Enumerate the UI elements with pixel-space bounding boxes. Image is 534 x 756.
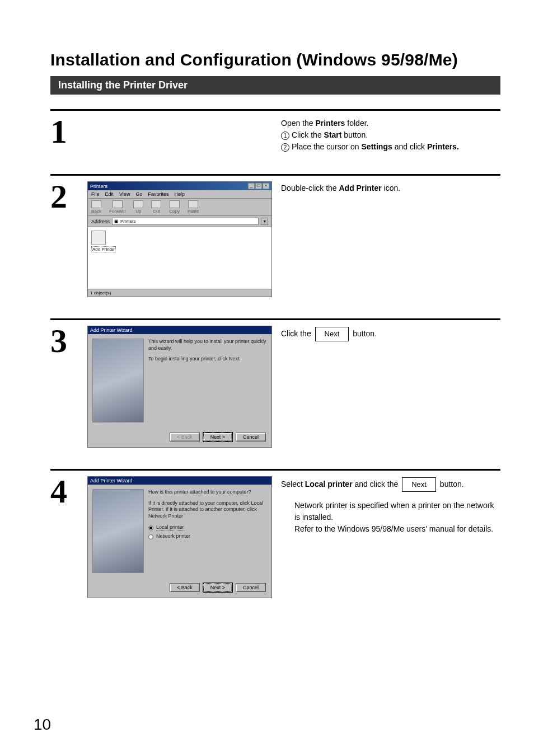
address-bar: Address ▣Printers ▾	[88, 216, 271, 227]
cancel-button[interactable]: Cancel	[236, 583, 266, 592]
next-button-ref: Next	[402, 477, 436, 492]
wizard-titlebar: Add Printer Wizard	[88, 477, 271, 485]
menu-favorites[interactable]: Favorites	[148, 191, 168, 197]
text-bold: Start	[324, 130, 342, 139]
wizard-p2: To begin installing your printer, click …	[148, 356, 267, 363]
address-input[interactable]: ▣Printers	[112, 218, 259, 225]
text: Double-click the	[281, 184, 339, 192]
section-heading: Installing the Printer Driver	[50, 76, 500, 95]
text: Select	[281, 480, 305, 489]
forward-button[interactable]: Forward	[109, 200, 125, 214]
text-bold: Add Printer	[339, 184, 382, 192]
status-bar: 1 object(s)	[88, 289, 271, 297]
menu-help[interactable]: Help	[174, 191, 185, 197]
menu-bar: File Edit View Go Favorites Help	[88, 190, 271, 199]
text-bold: Local printer	[305, 480, 353, 489]
text: Place the cursor on	[292, 142, 362, 151]
address-dropdown[interactable]: ▾	[261, 218, 268, 225]
radio-icon	[148, 534, 153, 539]
text-bold: Printers.	[427, 142, 459, 151]
menu-file[interactable]: File	[91, 191, 100, 197]
next-button-ref: Next	[315, 327, 349, 341]
circled-number: 2	[281, 143, 289, 152]
text: Open the	[281, 119, 316, 128]
add-printer-wizard: Add Printer Wizard This wizard will help…	[87, 326, 272, 448]
next-button[interactable]: Next >	[203, 583, 232, 592]
step-number: 4	[50, 476, 78, 598]
radio-network-printer[interactable]: Network printer	[148, 533, 267, 540]
minimize-icon[interactable]: _	[248, 183, 255, 189]
up-button[interactable]: Up	[133, 200, 143, 214]
step-3: 3 Add Printer Wizard This wizard will he…	[50, 318, 500, 448]
step4-text: Select Local printer and click the Next …	[281, 477, 500, 492]
wizard-title: Add Printer Wizard	[90, 478, 133, 483]
step4-note1: Network printer is specified when a prin…	[294, 500, 500, 523]
cut-button[interactable]: Cut	[151, 200, 161, 214]
printers-window: Printers _ □ × File Edit View Go Favorit…	[87, 181, 272, 297]
wizard-image	[92, 339, 144, 422]
step2-text: Double-click the Add Printer icon.	[281, 182, 500, 194]
menu-edit[interactable]: Edit	[105, 191, 114, 197]
text: folder.	[345, 119, 368, 128]
add-printer-label: Add Printer	[91, 246, 116, 252]
text: Click the	[292, 130, 324, 139]
step-number: 1	[50, 116, 78, 153]
text: button.	[350, 329, 377, 338]
back-button[interactable]: < Back	[170, 583, 200, 592]
radio-label: Network printer	[156, 533, 190, 540]
text: and click	[392, 142, 427, 151]
text: button.	[438, 480, 464, 489]
text: and click the	[353, 480, 401, 489]
paste-button[interactable]: Paste	[188, 200, 199, 214]
menu-go[interactable]: Go	[135, 191, 142, 197]
radio-label: Local printer	[156, 524, 184, 532]
back-button: < Back	[170, 433, 200, 442]
step-2: 2 Printers _ □ × File Edit View Go Favor…	[50, 174, 500, 297]
add-printer-wizard: Add Printer Wizard How is this printer a…	[87, 476, 272, 598]
step4-note2: Refer to the Windows 95/98/Me users' man…	[294, 523, 500, 535]
step-1: 1 Open the Printers folder. 1Click the S…	[50, 109, 500, 153]
address-label: Address	[91, 219, 110, 224]
toolbar: Back Forward Up Cut Copy Paste	[88, 199, 271, 216]
close-icon[interactable]: ×	[263, 183, 269, 189]
radio-icon	[148, 525, 153, 530]
folder-icon: ▣	[114, 218, 119, 225]
window-titlebar: Printers _ □ ×	[88, 182, 271, 190]
step-number: 3	[50, 326, 78, 448]
maximize-icon[interactable]: □	[255, 183, 262, 189]
add-printer-icon	[91, 231, 106, 245]
step1-sub2: 2Place the cursor on Settings and click …	[281, 141, 500, 153]
circled-number: 1	[281, 132, 289, 140]
cancel-button[interactable]: Cancel	[236, 433, 266, 442]
copy-button[interactable]: Copy	[169, 200, 180, 214]
step3-text: Click the Next button.	[281, 327, 500, 341]
wizard-titlebar: Add Printer Wizard	[88, 326, 271, 334]
menu-view[interactable]: View	[119, 191, 130, 197]
step-number: 2	[50, 181, 78, 297]
page-number: 10	[34, 716, 51, 734]
text: button.	[341, 130, 368, 139]
text: icon.	[382, 184, 400, 192]
text-bold: Settings	[362, 142, 392, 151]
text: Click the	[281, 329, 313, 338]
step1-sub1: 1Click the Start button.	[281, 129, 500, 141]
step1-intro: Open the Printers folder.	[281, 118, 500, 129]
window-title: Printers	[90, 184, 107, 189]
folder-content: Add Printer	[88, 227, 271, 289]
wizard-title: Add Printer Wizard	[90, 327, 133, 333]
wizard-p1: This wizard will help you to install you…	[148, 339, 267, 351]
radio-local-printer[interactable]: Local printer	[148, 524, 267, 532]
back-button[interactable]: Back	[91, 200, 101, 214]
next-button[interactable]: Next >	[203, 433, 232, 442]
add-printer-item[interactable]: Add Printer	[91, 231, 268, 252]
wizard-explain: If it is directly attached to your compu…	[148, 500, 267, 520]
text-bold: Printers	[316, 119, 345, 128]
page-title: Installation and Configuration (Windows …	[50, 50, 500, 69]
wizard-question: How is this printer attached to your com…	[148, 489, 267, 496]
step-4: 4 Add Printer Wizard How is this printer…	[50, 469, 500, 598]
wizard-image	[92, 489, 144, 573]
